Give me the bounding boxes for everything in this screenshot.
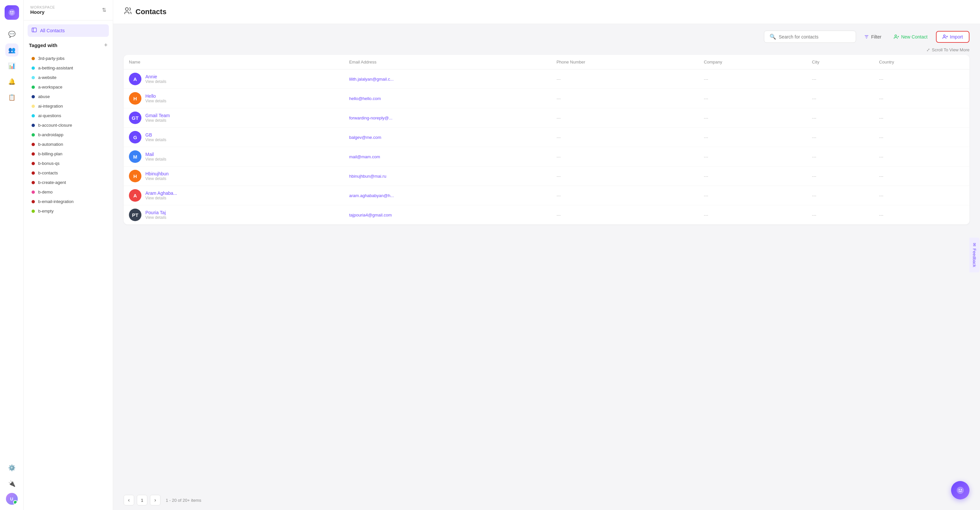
search-box[interactable]: 🔍 bbox=[764, 30, 856, 43]
email-value[interactable]: forwarding-noreply@... bbox=[349, 115, 393, 120]
view-details-link[interactable]: View details bbox=[145, 118, 170, 123]
tag-dot bbox=[32, 200, 35, 203]
contact-info: Annie View details bbox=[145, 74, 166, 84]
tag-dot bbox=[32, 171, 35, 175]
tag-name: ai-integration bbox=[38, 104, 63, 108]
tag-list: 3rd-party-jobs a-betting-assistant a-web… bbox=[24, 54, 113, 510]
tag-item[interactable]: abuse bbox=[29, 92, 108, 101]
workspace-chevron-icon: ⇅ bbox=[102, 7, 106, 13]
page-title-text: Contacts bbox=[135, 8, 166, 16]
workspace-selector[interactable]: Workspace Hoory ⇅ bbox=[24, 0, 113, 21]
view-details-link[interactable]: View details bbox=[145, 196, 177, 200]
import-button[interactable]: Import bbox=[936, 31, 969, 43]
notifications-icon[interactable]: 🔔 bbox=[5, 75, 18, 88]
chat-icon[interactable]: 💬 bbox=[5, 28, 18, 41]
next-page-button[interactable]: › bbox=[150, 495, 161, 505]
contacts-icon[interactable]: 👥 bbox=[5, 43, 18, 57]
view-details-link[interactable]: View details bbox=[145, 157, 166, 161]
contact-name[interactable]: Gmail Team bbox=[145, 113, 170, 118]
tag-item[interactable]: b-billing-plan bbox=[29, 149, 108, 158]
city-value: --- bbox=[812, 115, 816, 120]
phone-value: --- bbox=[557, 115, 561, 120]
email-value[interactable]: mail@mam.com bbox=[349, 154, 380, 159]
tag-item[interactable]: ai-integration bbox=[29, 102, 108, 110]
view-details-link[interactable]: View details bbox=[145, 215, 166, 220]
tag-name: b-empty bbox=[38, 209, 54, 214]
list-icon[interactable]: 📋 bbox=[5, 91, 18, 104]
settings-icon[interactable]: ⚙️ bbox=[5, 461, 18, 475]
integrations-icon[interactable]: 🔌 bbox=[5, 477, 18, 490]
email-value[interactable]: tajpouria4@gmail.com bbox=[349, 212, 392, 217]
contact-name[interactable]: Aram Aghaba... bbox=[145, 191, 177, 196]
email-value[interactable]: hello@hello.com bbox=[349, 96, 381, 101]
page-number[interactable]: 1 bbox=[137, 495, 147, 505]
contact-name[interactable]: Hbinujhbun bbox=[145, 171, 169, 176]
analytics-icon[interactable]: 📊 bbox=[5, 59, 18, 72]
user-avatar[interactable]: U bbox=[6, 493, 18, 505]
contact-name[interactable]: Pouria Taj bbox=[145, 210, 166, 215]
view-details-link[interactable]: View details bbox=[145, 99, 166, 103]
view-details-link[interactable]: View details bbox=[145, 79, 166, 84]
city-value: --- bbox=[812, 76, 816, 81]
tag-item[interactable]: b-demo bbox=[29, 188, 108, 196]
tag-item[interactable]: a-website bbox=[29, 73, 108, 82]
tag-item[interactable]: ai-questions bbox=[29, 111, 108, 120]
new-contact-button[interactable]: New Contact bbox=[889, 32, 932, 42]
contact-info: GB View details bbox=[145, 132, 166, 142]
email-value[interactable]: aram.aghababyan@h... bbox=[349, 193, 394, 198]
tag-item[interactable]: b-androidapp bbox=[29, 130, 108, 139]
tag-dot bbox=[32, 152, 35, 156]
contact-name[interactable]: Annie bbox=[145, 74, 166, 79]
phone-cell: --- bbox=[551, 186, 698, 205]
country-cell: --- bbox=[874, 69, 969, 89]
add-tag-button[interactable]: + bbox=[104, 42, 108, 48]
tag-item[interactable]: b-empty bbox=[29, 207, 108, 215]
all-contacts-icon bbox=[32, 27, 37, 34]
chat-fab[interactable] bbox=[951, 481, 969, 499]
tagged-with-title: Tagged with bbox=[29, 43, 57, 48]
svg-point-9 bbox=[895, 35, 896, 37]
tag-item[interactable]: a-workspace bbox=[29, 83, 108, 91]
table-wrapper: Name Email Address Phone Number Company … bbox=[113, 55, 980, 490]
table-row: A Annie View details lilith.jalalyan@gma… bbox=[124, 69, 969, 89]
tag-dot bbox=[32, 105, 35, 108]
tag-item[interactable]: b-bonus-qs bbox=[29, 159, 108, 168]
tag-item[interactable]: b-email-integration bbox=[29, 197, 108, 206]
phone-cell: --- bbox=[551, 205, 698, 225]
email-value[interactable]: balgev@me.com bbox=[349, 135, 382, 140]
page-info: 1 - 20 of 20+ items bbox=[166, 498, 201, 503]
country-cell: --- bbox=[874, 166, 969, 186]
contact-name[interactable]: Mail bbox=[145, 152, 166, 157]
app-logo[interactable] bbox=[5, 5, 19, 20]
tag-item[interactable]: 3rd-party-jobs bbox=[29, 54, 108, 63]
tag-item[interactable]: b-contacts bbox=[29, 169, 108, 177]
city-cell: --- bbox=[807, 108, 874, 128]
svg-point-2 bbox=[12, 11, 13, 13]
contact-name[interactable]: GB bbox=[145, 132, 166, 137]
view-details-link[interactable]: View details bbox=[145, 137, 166, 142]
tag-item[interactable]: b-account-closure bbox=[29, 121, 108, 130]
tag-dot bbox=[32, 95, 35, 98]
company-value: --- bbox=[704, 96, 708, 101]
contact-name-cell: H Hello View details bbox=[124, 89, 344, 108]
tag-item[interactable]: b-automation bbox=[29, 140, 108, 149]
search-icon: 🔍 bbox=[770, 33, 776, 40]
sidebar-item-all-contacts[interactable]: All Contacts bbox=[28, 24, 109, 37]
city-value: --- bbox=[812, 154, 816, 159]
tag-item[interactable]: a-betting-assistant bbox=[29, 64, 108, 72]
country-value: --- bbox=[879, 154, 883, 159]
contact-name-cell: M Mail View details bbox=[124, 147, 344, 166]
feedback-tab[interactable]: ✉ Feedback bbox=[969, 237, 979, 273]
col-name: Name bbox=[124, 55, 344, 69]
email-value[interactable]: hbinujhbun@mai.ru bbox=[349, 174, 387, 178]
search-input[interactable] bbox=[779, 34, 850, 40]
tag-dot bbox=[32, 114, 35, 118]
tag-item[interactable]: b-create-agent bbox=[29, 178, 108, 187]
filter-button[interactable]: Filter bbox=[860, 32, 885, 42]
contact-name[interactable]: Hello bbox=[145, 94, 166, 99]
view-details-link[interactable]: View details bbox=[145, 176, 169, 181]
prev-page-button[interactable]: ‹ bbox=[124, 495, 134, 505]
contacts-tbody: A Annie View details lilith.jalalyan@gma… bbox=[124, 69, 969, 225]
email-value[interactable]: lilith.jalalyan@gmail.c... bbox=[349, 76, 394, 81]
email-cell: mail@mam.com bbox=[344, 147, 551, 166]
